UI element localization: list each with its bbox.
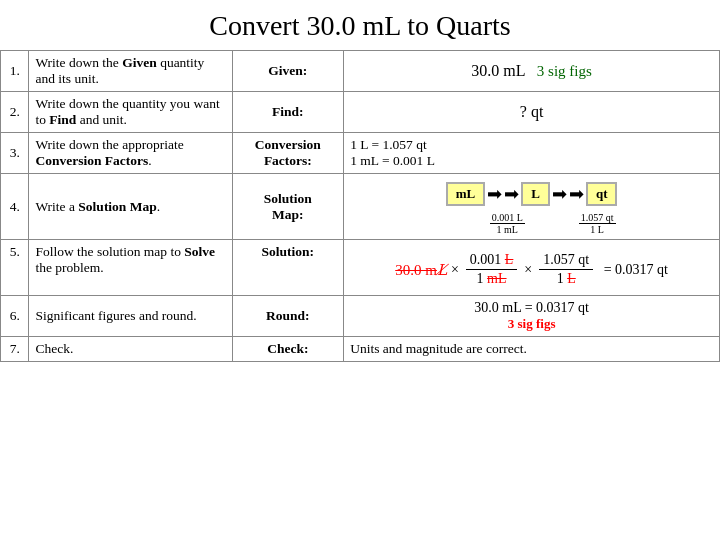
row-check: 7. Check. Check: Units and magnitude are… xyxy=(1,337,720,362)
sol-frac2: 1.057 qt 1 L xyxy=(539,252,593,287)
content-conversion: 1 L = 1.057 qt 1 mL = 0.001 L xyxy=(344,133,720,174)
row-desc-1: Write down the Given quantity and its un… xyxy=(29,51,232,92)
arrow1-icon: ➡ xyxy=(487,185,502,203)
sol-start: 30.0 mL̸ xyxy=(395,261,447,279)
row-conversion: 3. Write down the appropriate Conversion… xyxy=(1,133,720,174)
row-num-5: 5. xyxy=(1,240,29,296)
row-desc-6: Significant figures and round. xyxy=(29,296,232,337)
arrow2-icon: ➡ xyxy=(552,185,567,203)
row-num-2: 2. xyxy=(1,92,29,133)
content-given: 30.0 mL 3 sig figs xyxy=(344,51,720,92)
arrow2b-icon: ➡ xyxy=(569,185,584,203)
row-desc-7: Check. xyxy=(29,337,232,362)
conversion-line2: 1 mL = 0.001 L xyxy=(350,153,713,169)
solmap-frac2-den: 1 L xyxy=(583,224,611,235)
solmap-frac2-num: 1.057 qt xyxy=(579,212,616,224)
round-sigfigs: 3 sig figs xyxy=(350,316,713,332)
row-desc-4: Write a Solution Map. xyxy=(29,174,232,240)
sol-frac2-den: 1 L xyxy=(544,270,588,287)
content-check: Units and magnitude are correct. xyxy=(344,337,720,362)
label-solution: Solution: xyxy=(232,240,344,296)
page-title: Convert 30.0 mL to Quarts xyxy=(0,0,720,50)
solmap-fractions: 0.001 L 1 mL 1.057 qt 1 L xyxy=(350,210,713,235)
row-desc-3: Write down the appropriate Conversion Fa… xyxy=(29,133,232,174)
row-find: 2. Write down the quantity you want to F… xyxy=(1,92,720,133)
solmap-frac1-num: 0.001 L xyxy=(490,212,525,224)
label-conversion: ConversionFactors: xyxy=(232,133,344,174)
sol-frac2-num: 1.057 qt xyxy=(539,252,593,270)
conversion-line1: 1 L = 1.057 qt xyxy=(350,137,713,153)
row-num-3: 3. xyxy=(1,133,29,174)
solmap-frac2: 1.057 qt 1 L xyxy=(579,212,616,235)
solmap-frac1-den: 1 mL xyxy=(493,224,521,235)
solmap-frac1: 0.001 L 1 mL xyxy=(490,212,525,235)
arrow1b-icon: ➡ xyxy=(504,185,519,203)
row-num-1: 1. xyxy=(1,51,29,92)
given-sigfigs: 3 sig figs xyxy=(537,63,592,79)
content-round: 30.0 mL = 0.0317 qt 3 sig figs xyxy=(344,296,720,337)
solmap-box-ml: mL xyxy=(446,182,486,206)
content-solmap: mL ➡ ➡ L ➡ ➡ qt 0.001 L 1 mL 1.057 qt 1 … xyxy=(344,174,720,240)
given-value: 30.0 mL xyxy=(471,62,525,79)
sol-frac1-den: 1 mL xyxy=(470,270,514,287)
row-solmap: 4. Write a Solution Map. SolutionMap: mL… xyxy=(1,174,720,240)
row-solution: 5. Follow the solution map to Solve the … xyxy=(1,240,720,296)
label-round: Round: xyxy=(232,296,344,337)
row-num-7: 7. xyxy=(1,337,29,362)
solution-map-boxes: mL ➡ ➡ L ➡ ➡ qt xyxy=(350,178,713,210)
row-num-4: 4. xyxy=(1,174,29,240)
solmap-box-l: L xyxy=(521,182,550,206)
sol-frac1: 0.001 L 1 mL xyxy=(466,252,518,287)
label-find: Find: xyxy=(232,92,344,133)
sol-frac1-num: 0.001 L xyxy=(466,252,518,270)
sol-times1: × xyxy=(451,262,459,278)
content-solution: 30.0 mL̸ × 0.001 L 1 mL × 1.057 qt 1 L =… xyxy=(344,240,720,296)
content-find: ? qt xyxy=(344,92,720,133)
sol-result: = 0.0317 qt xyxy=(600,262,668,278)
find-value: ? qt xyxy=(520,103,544,120)
row-round: 6. Significant figures and round. Round:… xyxy=(1,296,720,337)
solution-formula: 30.0 mL̸ × 0.001 L 1 mL × 1.057 qt 1 L =… xyxy=(350,244,713,291)
row-desc-2: Write down the quantity you want to Find… xyxy=(29,92,232,133)
solmap-box-qt: qt xyxy=(586,182,618,206)
row-num-6: 6. xyxy=(1,296,29,337)
label-solmap: SolutionMap: xyxy=(232,174,344,240)
row-desc-5: Follow the solution map to Solve the pro… xyxy=(29,240,232,296)
round-value: 30.0 mL = 0.0317 qt xyxy=(350,300,713,316)
label-given: Given: xyxy=(232,51,344,92)
row-given: 1. Write down the Given quantity and its… xyxy=(1,51,720,92)
sol-times2: × xyxy=(524,262,532,278)
label-check: Check: xyxy=(232,337,344,362)
